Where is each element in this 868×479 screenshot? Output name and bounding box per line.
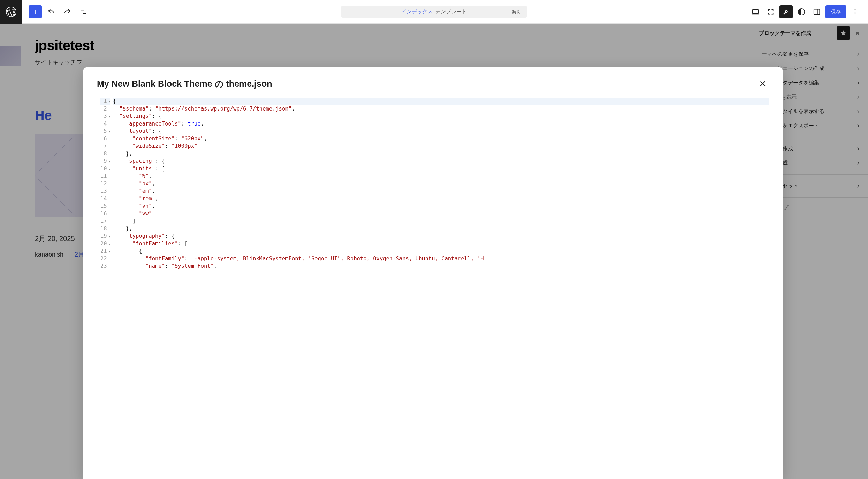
code-editor[interactable]: 1234567891011121314151617181920212223 { …: [83, 98, 783, 479]
wordpress-logo[interactable]: [0, 0, 22, 24]
modal-title: My New Blank Block Theme の theme.json: [97, 78, 272, 90]
chevron-right-icon: [855, 146, 861, 152]
post-author[interactable]: kanaonishi: [35, 251, 65, 258]
chevron-right-icon: [855, 123, 861, 129]
settings-sidebar-button[interactable]: [810, 5, 823, 18]
styles-button[interactable]: [795, 5, 808, 18]
options-menu-button[interactable]: [848, 5, 862, 18]
chevron-right-icon: [855, 160, 861, 166]
view-desktop-button[interactable]: [749, 5, 762, 18]
undo-button[interactable]: [45, 5, 58, 18]
chevron-right-icon: [855, 52, 861, 57]
site-icon-placeholder: [0, 46, 21, 66]
tools-button[interactable]: [779, 5, 793, 18]
svg-rect-1: [753, 9, 759, 13]
modal-close-button[interactable]: [756, 77, 769, 90]
document-title-bar[interactable]: インデックス · テンプレート ⌘K: [341, 6, 527, 18]
toolbar-right-group: 保存: [749, 5, 868, 18]
svg-point-5: [855, 11, 856, 12]
template-name: インデックス: [401, 8, 433, 15]
modal-header: My New Blank Block Theme の theme.json: [83, 67, 783, 98]
chevron-right-icon: [855, 66, 861, 71]
command-shortcut: ⌘K: [512, 9, 520, 15]
chevron-right-icon: [855, 94, 861, 100]
sidebar-item[interactable]: ーマへの変更を保存: [753, 47, 868, 61]
sidebar-header: ブロックテーマを作成: [753, 24, 868, 43]
svg-point-6: [855, 13, 856, 14]
close-sidebar-button[interactable]: [853, 28, 862, 38]
svg-point-4: [855, 9, 856, 10]
svg-rect-3: [814, 9, 820, 14]
editor-top-toolbar: インデックス · テンプレート ⌘K 保存: [0, 0, 868, 24]
chevron-right-icon: [855, 183, 861, 189]
chevron-right-icon: [855, 80, 861, 86]
fullscreen-button[interactable]: [764, 5, 777, 18]
chevron-right-icon: [855, 109, 861, 114]
site-title[interactable]: jpsitetest: [35, 38, 718, 53]
toolbar-left-group: [22, 5, 90, 18]
site-tagline[interactable]: サイトキャッチフ: [35, 58, 718, 66]
sidebar-title: ブロックテーマを作成: [759, 30, 811, 37]
code-gutter: 1234567891011121314151617181920212223: [97, 98, 111, 479]
redo-button[interactable]: [61, 5, 74, 18]
template-suffix: · テンプレート: [433, 8, 467, 15]
code-content[interactable]: { "$schema": "https://schemas.wp.org/wp/…: [111, 98, 769, 479]
editor-workspace: jpsitetest サイトキャッチフ He 2月 20, 2025 kanao…: [0, 24, 868, 479]
save-button[interactable]: 保存: [825, 5, 846, 18]
theme-json-modal: My New Blank Block Theme の theme.json 12…: [83, 67, 783, 479]
sidebar-item-label: ーマへの変更を保存: [762, 51, 809, 58]
document-overview-button[interactable]: [77, 5, 90, 18]
pin-sidebar-button[interactable]: [837, 26, 850, 40]
add-block-button[interactable]: [29, 5, 42, 18]
